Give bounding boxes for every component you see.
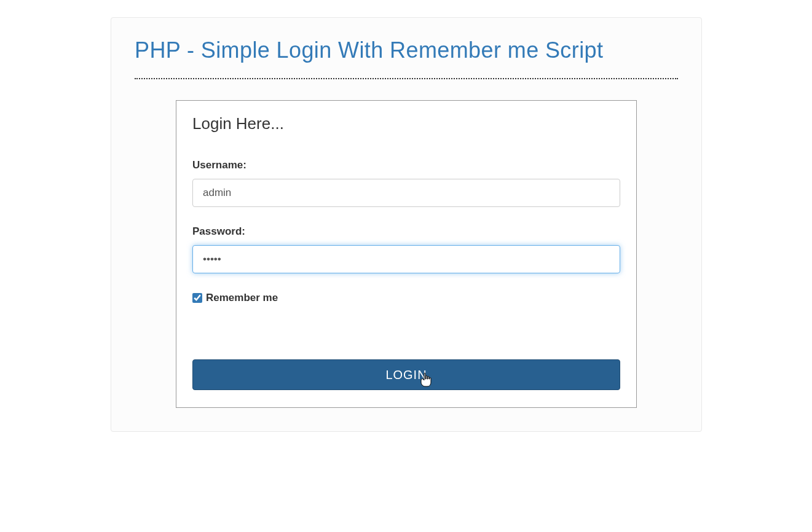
login-button[interactable]: LOGIN (192, 359, 620, 390)
divider (135, 78, 678, 79)
login-heading: Login Here... (192, 114, 620, 133)
main-panel: PHP - Simple Login With Remember me Scri… (111, 17, 702, 432)
login-button-label: LOGIN (385, 368, 427, 381)
password-input[interactable] (192, 245, 620, 273)
remember-label: Remember me (206, 292, 278, 304)
page-title: PHP - Simple Login With Remember me Scri… (135, 37, 678, 63)
password-label: Password: (192, 225, 620, 238)
remember-row: Remember me (192, 292, 620, 304)
username-input[interactable] (192, 179, 620, 207)
username-label: Username: (192, 159, 620, 171)
login-box: Login Here... Username: Password: Rememb… (176, 100, 637, 408)
remember-checkbox[interactable] (192, 293, 202, 303)
